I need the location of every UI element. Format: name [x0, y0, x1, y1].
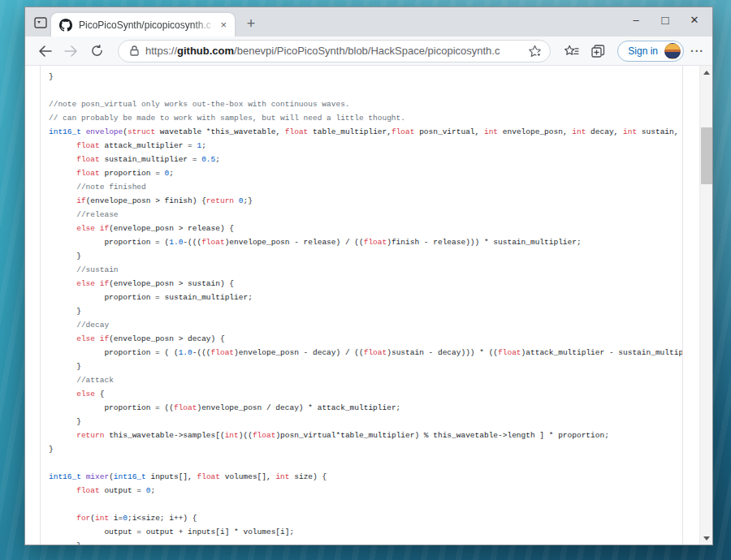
desktop: PicoPicoSynth/picopicosynth.c at × + – □…: [0, 0, 731, 560]
code-line: //sustain: [49, 263, 682, 277]
code-line: [49, 456, 682, 470]
code-line: float attack_multiplier = 1;: [49, 139, 682, 153]
settings-menu-button[interactable]: ···: [690, 45, 704, 58]
scroll-up-icon: [703, 71, 710, 75]
toolbar: https://github.com/benevpi/PicoPicoSynth…: [25, 37, 712, 66]
sign-in-label: Sign in: [628, 45, 658, 57]
scroll-down-icon: [703, 536, 710, 541]
sign-in-button[interactable]: Sign in: [617, 41, 684, 62]
browser-tab[interactable]: PicoPicoSynth/picopicosynth.c at ×: [51, 13, 235, 37]
page-content: } //note posn_virtual only works out-the…: [25, 66, 712, 545]
code-line: output = output + inputs[i] * volumes[i]…: [49, 525, 682, 539]
minimize-button[interactable]: –: [621, 7, 651, 32]
code-blob: } //note posn_virtual only works out-the…: [40, 66, 683, 545]
code-line: float proportion = 0;: [49, 166, 682, 180]
back-arrow-icon: [38, 45, 52, 57]
code-line: if(envelope_posn > finish) {return 0;}: [49, 194, 682, 208]
address-bar[interactable]: https://github.com/benevpi/PicoPicoSynth…: [118, 40, 551, 62]
new-tab-button[interactable]: +: [241, 14, 261, 33]
tab-title: PicoPicoSynth/picopicosynth.c at: [79, 19, 218, 31]
code-line: //attack: [49, 373, 682, 387]
code-line: float output = 0;: [49, 484, 682, 498]
code-line: }: [49, 442, 682, 456]
vertical-scrollbar[interactable]: [699, 66, 712, 545]
browser-window: PicoPicoSynth/picopicosynth.c at × + – □…: [24, 6, 713, 545]
code-line: float sustain_multiplier = 0.5;: [49, 153, 682, 166]
code-line: int16_t mixer(int16_t inputs[], float vo…: [49, 470, 682, 484]
scrollbar-thumb[interactable]: [701, 127, 712, 184]
scrollbar-down-button[interactable]: [700, 532, 712, 544]
tab-actions-menu-button[interactable]: [32, 15, 50, 31]
favorites-button[interactable]: [560, 40, 583, 62]
code-line: proportion = (1.0-(((float)envelope_posn…: [49, 235, 682, 249]
scrollbar-up-button[interactable]: [700, 67, 712, 78]
code-line: int16_t envelope(struct wavetable *this_…: [49, 125, 682, 139]
refresh-button[interactable]: [85, 40, 108, 62]
code-line: [49, 84, 682, 97]
code-line: else if(envelope_posn > release) {: [49, 222, 682, 235]
tab-close-icon[interactable]: ×: [218, 19, 228, 31]
code-line: else if(envelope_posn > decay) {: [49, 332, 682, 346]
code-line: proportion = ( (1.0-(((float)envelope_po…: [49, 346, 682, 360]
collections-button[interactable]: [586, 40, 609, 62]
add-favorite-button[interactable]: [528, 45, 542, 58]
code-line: }: [49, 70, 682, 84]
github-favicon-icon: [59, 19, 72, 32]
forward-arrow-icon: [64, 45, 78, 57]
url-text: https://github.com/benevpi/PicoPicoSynth…: [145, 45, 528, 57]
code-line: }: [49, 539, 682, 545]
code-line: [49, 498, 682, 511]
code-line: //note finished: [49, 180, 682, 194]
back-button[interactable]: [33, 40, 56, 62]
code-line: // can probably be made to work with sam…: [49, 111, 682, 125]
code-line: else if(envelope_posn > sustain) {: [49, 277, 682, 291]
code-line: //note posn_virtual only works out-the-b…: [49, 97, 682, 111]
refresh-icon: [91, 45, 103, 57]
code-lines: } //note posn_virtual only works out-the…: [41, 66, 682, 545]
lock-icon: [130, 45, 139, 56]
code-line: else {: [49, 387, 682, 401]
forward-button[interactable]: [59, 40, 82, 62]
maximize-button[interactable]: □: [651, 7, 680, 32]
collections-icon: [591, 45, 605, 58]
code-line: //decay: [49, 318, 682, 332]
titlebar: PicoPicoSynth/picopicosynth.c at × + – □…: [25, 7, 712, 37]
tab-actions-icon: [34, 17, 47, 28]
favorites-star-icon: [564, 45, 579, 58]
close-window-button[interactable]: ✕: [680, 7, 709, 32]
code-line: proportion = ((float)envelope_posn / dec…: [49, 401, 682, 415]
code-line: proportion = sustain_multiplier;: [49, 291, 682, 304]
code-line: //release: [49, 208, 682, 222]
code-line: }: [49, 360, 682, 373]
code-line: }: [49, 304, 682, 318]
code-line: }: [49, 249, 682, 263]
code-line: for(int i=0;i<size; i++) {: [49, 511, 682, 525]
code-line: return this_wavetable->samples[(int)((fl…: [49, 429, 682, 442]
code-line: }: [49, 415, 682, 429]
avatar: [664, 43, 681, 59]
window-controls: – □ ✕: [621, 7, 709, 32]
toolbar-right-icons: Sign in ···: [557, 40, 704, 62]
